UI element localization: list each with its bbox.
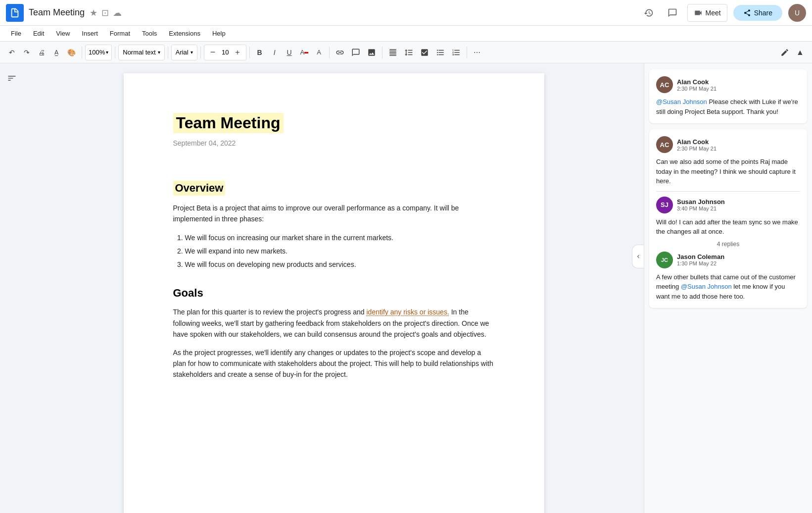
toolbar-chevron[interactable]: ▲ <box>793 45 807 60</box>
comment-avatar-1: AC <box>656 76 673 93</box>
reply-time-2: 1:30 PM May 22 <box>677 260 724 266</box>
menu-tools[interactable]: Tools <box>137 28 162 39</box>
style-selector[interactable]: Normal text ▾ <box>118 45 164 60</box>
zoom-selector[interactable]: 100% ▾ <box>85 45 112 60</box>
overview-body: Project Beta is a project that aims to i… <box>173 203 495 225</box>
reply-text-1: Will do! I can add after the team sync s… <box>656 217 800 237</box>
meet-button[interactable]: Meet <box>687 4 727 22</box>
cloud-icon[interactable]: ☁ <box>113 7 122 18</box>
reply-avatar-2: JC <box>656 252 673 268</box>
align-button[interactable] <box>385 45 400 60</box>
underline-button[interactable]: U <box>283 45 296 60</box>
reply-meta-1: Susan Johnson 3:40 PM May 21 <box>677 198 725 211</box>
menu-bar: File Edit View Insert Format Tools Exten… <box>0 26 812 42</box>
menu-view[interactable]: View <box>51 28 75 39</box>
title-icons: ★ ⊡ ☁ <box>90 7 122 18</box>
reply-meta-2: Jason Coleman 1:30 PM May 22 <box>677 253 724 266</box>
menu-extensions[interactable]: Extensions <box>164 28 205 39</box>
app-icon[interactable] <box>6 4 24 22</box>
text-color-button[interactable]: A <box>297 45 311 60</box>
reply-author-1: Susan Johnson <box>677 198 725 205</box>
font-size-value: 10 <box>220 49 230 56</box>
more-options-button[interactable]: ⋯ <box>470 45 484 60</box>
comment-text-2: Can we also add some of the points Raj m… <box>656 157 800 186</box>
line-spacing-button[interactable] <box>401 45 416 60</box>
overview-list: We will focus on increasing our market s… <box>185 232 495 271</box>
bold-button[interactable]: B <box>253 45 267 60</box>
outline-icon[interactable] <box>7 73 17 86</box>
paint-format-button[interactable]: 🎨 <box>64 45 79 60</box>
toolbar-divider-8 <box>467 47 467 58</box>
undo-button[interactable]: ↶ <box>5 45 19 60</box>
spell-check-button[interactable]: A̲ <box>49 45 63 60</box>
sidebar-toggle[interactable] <box>0 63 24 513</box>
list-item: We will focus on increasing our market s… <box>185 232 495 244</box>
comment-author-1: Alan Cook <box>677 78 716 86</box>
comment-card-1: AC Alan Cook 2:30 PM May 21 @Susan Johns… <box>649 69 807 123</box>
italic-button[interactable]: I <box>268 45 282 60</box>
menu-insert[interactable]: Insert <box>77 28 103 39</box>
folder-icon[interactable]: ⊡ <box>101 7 109 18</box>
user-avatar[interactable]: U <box>788 4 806 22</box>
checklist-button[interactable] <box>417 45 432 60</box>
comment-author-2: Alan Cook <box>677 138 716 146</box>
toolbar-divider-3 <box>168 47 168 58</box>
star-icon[interactable]: ★ <box>90 7 97 18</box>
redo-button[interactable]: ↷ <box>20 45 34 60</box>
highlight-button[interactable]: A <box>312 45 326 60</box>
numbered-list-button[interactable] <box>449 45 464 60</box>
font-selector[interactable]: Arial ▾ <box>171 45 197 60</box>
goals-body-2: As the project progresses, we'll identif… <box>173 347 495 380</box>
comment-avatar-2: AC <box>656 136 673 153</box>
print-button[interactable]: 🖨 <box>35 45 48 60</box>
share-button[interactable]: Share <box>733 5 782 21</box>
goals-heading: Goals <box>173 287 495 300</box>
collapse-panel-button[interactable] <box>632 245 644 268</box>
reply-text-2: A few other bullets that came out of the… <box>656 272 800 302</box>
top-bar: Team Meeting ★ ⊡ ☁ Meet Share <box>0 0 812 26</box>
goals-link: identify any risks or issues. <box>366 308 449 316</box>
zoom-value: 100% <box>89 49 105 56</box>
comment-time-1: 2:30 PM May 21 <box>677 86 716 92</box>
history-icon[interactable] <box>640 4 658 22</box>
comment-divider-1 <box>656 191 800 192</box>
toolbar-divider-6 <box>329 47 330 58</box>
font-size-increase[interactable]: + <box>232 46 242 59</box>
document-heading: Team Meeting <box>173 113 284 133</box>
reply-avatar-1: SJ <box>656 197 673 213</box>
reply-2: JC Jason Coleman 1:30 PM May 22 A few ot… <box>656 252 800 302</box>
main-area: Team Meeting September 04, 2022 Overview… <box>0 63 812 513</box>
bullet-list-button[interactable] <box>433 45 448 60</box>
comment-icon[interactable] <box>664 4 681 22</box>
document-area: Team Meeting September 04, 2022 Overview… <box>24 63 644 513</box>
goals-text-pre: The plan for this quarter is to review t… <box>173 308 367 316</box>
menu-help[interactable]: Help <box>207 28 231 39</box>
editing-mode-button[interactable] <box>777 45 792 60</box>
style-chevron: ▾ <box>158 50 160 55</box>
link-button[interactable] <box>333 45 347 60</box>
image-button[interactable] <box>364 45 379 60</box>
top-right-icons: Meet Share U <box>640 4 806 22</box>
toolbar-divider-1 <box>82 47 82 58</box>
toolbar: ↶ ↷ 🖨 A̲ 🎨 100% ▾ Normal text ▾ Arial ▾ … <box>0 42 812 63</box>
reply-mention-2: @Susan Johnson <box>681 283 732 290</box>
font-value: Arial <box>176 49 189 56</box>
menu-file[interactable]: File <box>6 28 26 39</box>
list-item: We will expand into new markets. <box>185 245 495 257</box>
reply-header-1: SJ Susan Johnson 3:40 PM May 21 <box>656 197 800 213</box>
font-size-decrease[interactable]: − <box>207 46 219 59</box>
overview-heading: Overview <box>173 181 226 196</box>
comment-meta-2: Alan Cook 2:30 PM May 21 <box>677 138 716 152</box>
toolbar-divider-2 <box>115 47 115 58</box>
comment-time-2: 2:30 PM May 21 <box>677 146 716 152</box>
menu-format[interactable]: Format <box>105 28 135 39</box>
menu-edit[interactable]: Edit <box>28 28 49 39</box>
document-title: Team Meeting <box>29 7 85 18</box>
toolbar-divider-4 <box>200 47 201 58</box>
comment-mention-1: @Susan Johnson <box>656 98 707 105</box>
share-label: Share <box>754 9 772 17</box>
reply-header-2: JC Jason Coleman 1:30 PM May 22 <box>656 252 800 268</box>
comment-header-1: AC Alan Cook 2:30 PM May 21 <box>656 76 800 93</box>
document-date: September 04, 2022 <box>173 139 495 147</box>
comment-inline-button[interactable] <box>348 45 363 60</box>
